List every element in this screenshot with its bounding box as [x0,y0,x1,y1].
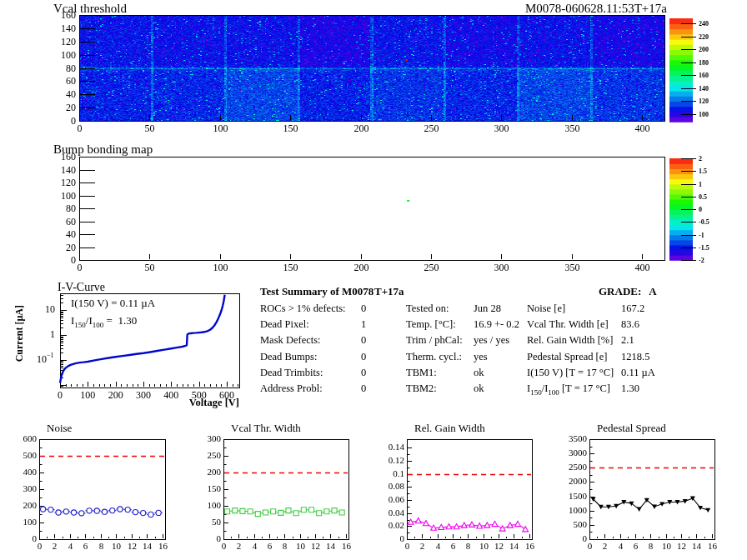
ratio-label-part: [T = 17 °C] [559,382,610,394]
summary-title: Test Summary of M0078 [260,285,374,298]
module-test-report: Vcal threshold M0078-060628.11:53T+17a B… [0,0,747,560]
iv-ratio-part: /I [86,314,93,327]
iv-ratio-part: = 1.30 [103,314,137,327]
summary-value: 16.9 +- 0.2 [474,317,519,332]
summary-subtitle: T+17a [374,285,404,298]
vcal-threshold-heatmap-canvas [0,0,747,140]
summary-label: Temp. [°C]: [406,317,463,332]
summary-value: 167.2 [621,301,655,317]
rel-gain-width-per-roc-canvas [374,421,560,560]
summary-label: I(150 V) [T = 17 °C] [527,365,614,381]
summary-label: Trim / phCal: [406,332,463,348]
bump-bonding-map-canvas [0,140,747,279]
summary-value: ok [474,365,519,381]
summary-value: 1 [361,317,366,332]
summary-label: Tested on: [406,301,463,317]
iv-ratio-sub: 100 [93,321,104,329]
vcal-width-plot-title: Vcal Thr. Width [231,422,301,435]
ratio-label-sub: 150 [530,388,542,396]
vcal-thr-width-per-roc-canvas [187,421,374,560]
summary-value: Jun 28 [474,301,519,317]
summary-label: Rel. Gain Width [%] [527,332,614,348]
iv-voltage-axis-label: Voltage [V] [164,397,239,409]
grade-label: GRADE: [599,285,641,298]
summary-value: 1.30 [621,381,655,397]
grade-value: A [649,285,656,298]
summary-label: Noise [e] [527,301,614,317]
noise-per-roc-canvas [0,421,187,560]
summary-value: 0 [361,301,366,317]
ratio-label-sub: 100 [548,388,559,396]
summary-col3-values: 167.2 83.6 2.1 1218.5 0.11 µA 1.30 [621,301,655,397]
summary-value: yes [474,349,519,365]
rel-gain-plot-title: Rel. Gain Width [414,422,485,435]
vcal-map-title: Vcal threshold [53,2,127,16]
summary-label: Address Probl: [260,381,346,397]
summary-col1-labels: ROCs > 1% defects: Dead Pixel: Mask Defe… [260,301,346,397]
summary-value: 83.6 [621,317,655,332]
summary-label: I150/I100 [T = 17 °C] [527,381,614,397]
summary-label: Therm. cycl.: [406,349,463,365]
iv-annotation-current: I(150 V) = 0.11 µA [71,297,155,310]
pedestal-plot-title: Pedestal Spread [597,422,666,435]
summary-value: 0 [361,332,366,348]
module-id: M0078-060628.11:53T+17a [525,2,667,16]
summary-label: Dead Bumps: [260,349,346,365]
summary-label: ROCs > 1% defects: [260,301,346,317]
summary-value: 2.1 [621,332,655,348]
grade-badge: GRADE:A [599,285,657,298]
summary-col2-labels: Tested on: Temp. [°C]: Trim / phCal: The… [406,301,463,397]
summary-col1-values: 0 1 0 0 0 0 [361,301,366,397]
summary-label: Pedestal Spread [e] [527,349,614,365]
summary-label: Dead Pixel: [260,317,346,332]
summary-value: ok [474,381,519,397]
iv-current-axis-label: Current [µA] [13,305,26,362]
summary-value: 0 [361,349,366,365]
bump-map-title: Bump bonding map [53,142,153,157]
summary-label: TBM2: [406,381,463,397]
summary-label: Dead Trimbits: [260,365,346,381]
iv-annotation-ratio: I150/I100 = 1.30 [71,314,137,329]
iv-ratio-sub: 150 [74,321,86,329]
summary-label: Vcal Thr. Width [e] [527,317,614,332]
summary-label: Mask Defects: [260,332,346,348]
summary-value: yes / yes [474,332,519,348]
summary-value: 0 [361,381,366,397]
summary-col2-values: Jun 28 16.9 +- 0.2 yes / yes yes ok ok [474,301,519,397]
pedestal-spread-per-roc-canvas [560,421,747,560]
noise-plot-title: Noise [47,422,72,435]
iv-curve-title: I-V-Curve [58,281,105,294]
summary-value: 0 [361,365,366,381]
summary-value: 0.11 µA [621,365,655,381]
summary-col3-labels: Noise [e] Vcal Thr. Width [e] Rel. Gain … [527,301,614,397]
summary-value: 1218.5 [621,349,655,365]
summary-label: TBM1: [406,365,463,381]
